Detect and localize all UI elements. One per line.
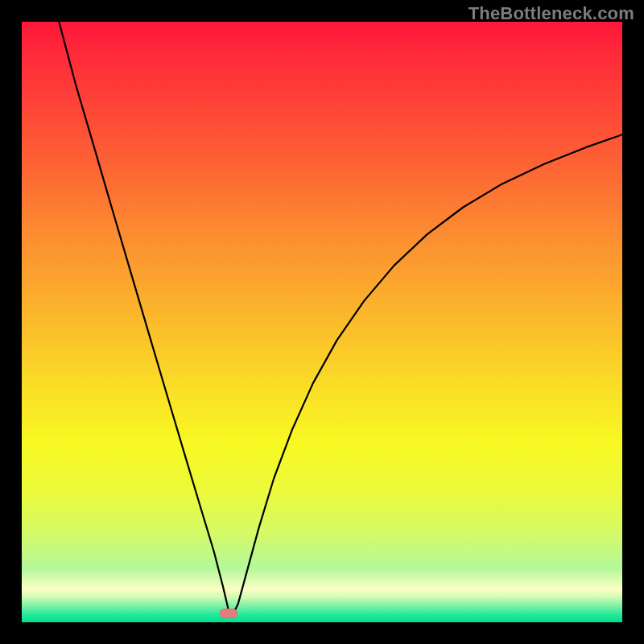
watermark-text: TheBottleneck.com [469,3,634,24]
plot-area [22,22,622,622]
bottleneck-curve [22,22,622,622]
chart-frame: TheBottleneck.com [0,0,644,644]
optimal-marker [220,609,237,618]
